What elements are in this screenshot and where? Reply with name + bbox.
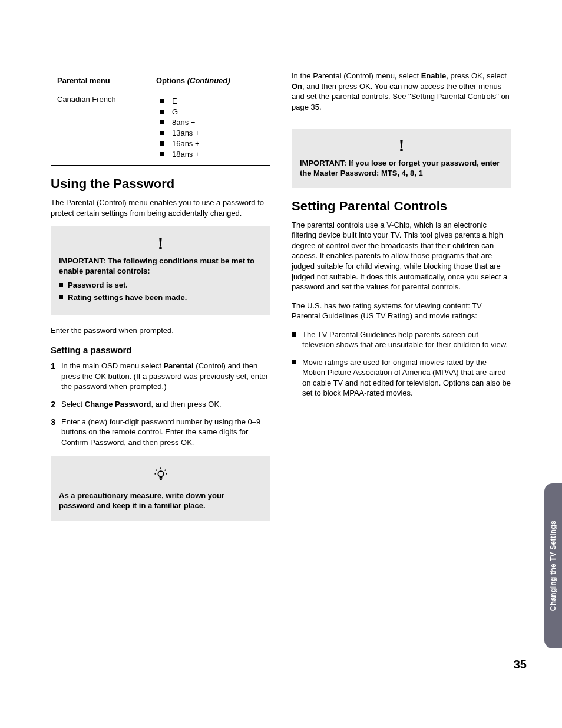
bullet-icon [160,120,164,124]
bullet-icon [160,99,164,103]
heading-using-password: Using the Password [51,176,270,192]
left-column: Parental menu Options (Continued) Canadi… [51,71,270,531]
svg-line-3 [164,470,166,471]
table-header-options: Options (Continued) [150,71,270,90]
step-1: 1 In the main OSD menu select Parental (… [61,361,270,392]
exclamation-icon: ! [399,139,405,151]
bullet-icon [160,131,164,135]
important-callout-master-password: ! IMPORTANT: If you lose or forget your … [292,129,511,188]
body-text: Enter the password when prompted. [51,325,270,336]
table-cell-options: E G 8ans + 13ans + 16ans + 18ans + [150,90,270,166]
parental-menu-table: Parental menu Options (Continued) Canadi… [51,71,270,166]
body-text: The U.S. has two rating systems for view… [292,301,511,321]
bullet-list: The TV Parental Guidelines help parents … [292,330,511,398]
body-text: The Parental (Control) menu enables you … [51,197,270,218]
list-item: The TV Parental Guidelines help parents … [302,330,511,350]
body-text: In the Parental (Control) menu, select E… [292,71,511,112]
exclamation-icon: ! [158,237,164,249]
tip-callout-precaution: As a precautionary measure, write down y… [51,456,270,521]
step-3: 3 Enter a (new) four-digit password numb… [61,417,270,448]
bullet-icon [160,110,164,114]
step-2: 2 Select Change Password, and then press… [61,399,270,410]
body-text: The parental controls use a V-Chip, whic… [292,220,511,292]
side-tab-label: Changing the TV Settings [549,521,557,611]
heading-setting-password: Setting a password [51,345,270,355]
heading-setting-parental-controls: Setting Parental Controls [292,199,511,214]
bullet-icon [59,283,63,287]
list-item: Movie ratings are used for original movi… [302,357,511,398]
bullet-icon [160,152,164,156]
steps-list: 1 In the main OSD menu select Parental (… [51,361,270,447]
bullet-icon [160,141,164,146]
svg-line-2 [156,470,157,471]
side-tab: Changing the TV Settings [544,483,562,648]
bullet-icon [59,295,63,299]
page-number: 35 [514,658,527,671]
right-column: In the Parental (Control) menu, select E… [292,71,511,531]
table-header-menu: Parental menu [51,71,150,90]
table-cell-label: Canadian French [51,90,150,166]
svg-point-0 [158,471,163,476]
important-callout-conditions: ! IMPORTANT: The following conditions mu… [51,226,270,315]
lightbulb-icon [59,466,262,486]
table-row: Canadian French E G 8ans + 13ans + 16ans… [51,90,270,166]
